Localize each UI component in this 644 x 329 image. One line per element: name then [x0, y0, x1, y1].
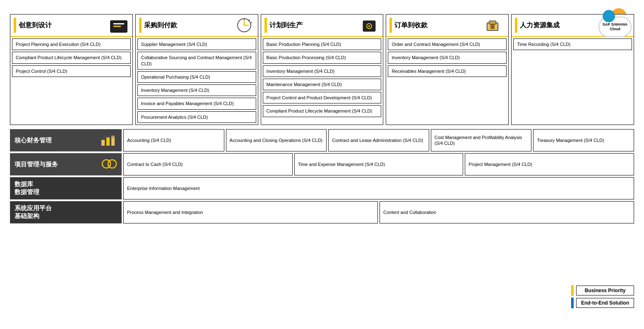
row-item-box: Treasury Management (S/4 CLD)	[533, 129, 634, 151]
legend: Business Priority End-to-End Solution	[571, 285, 634, 308]
col-header-text: 采购到付款	[144, 21, 177, 30]
row-item-box: Contract and Lease Administration (S/4 C…	[328, 129, 429, 151]
row-icon	[101, 157, 117, 172]
item-box: Receivables Management (S/4 CLD)	[388, 65, 507, 77]
row-label-text: 系统应用平台 基础架构	[14, 204, 114, 220]
bottom-row-row-platform: 系统应用平台 基础架构 Process Management and Integ…	[10, 201, 634, 223]
col-items: Order and Contract Management (S/4 CLD)I…	[386, 37, 508, 125]
col-header-col2: 采购到付款	[136, 14, 258, 37]
col-icon	[108, 17, 129, 34]
item-box: Inventory Management (S/4 CLD)	[388, 52, 507, 63]
row-item-box: Accounting (S/4 CLD)	[123, 129, 224, 151]
col-icon	[234, 17, 255, 34]
legend-label: End-to-End Solution	[576, 298, 634, 308]
item-box: Maintenance Management (S/4 CLD)	[263, 79, 382, 90]
sap-cloud-label: SAP S/4HANACloud	[598, 17, 632, 37]
col-col1: 创意到设计 Project Planning and Execution (S/…	[10, 14, 133, 125]
bottom-row-row-data: 数据库 数据管理 Enterprise Information Manageme…	[10, 177, 634, 199]
row-item-box: Contract to Cash (S/4 CLD)	[123, 153, 293, 175]
yellow-accent	[389, 18, 392, 33]
col-items: Supplier Management (S/4 CLD)Collaborati…	[136, 37, 258, 125]
col-items: Time Recording (S/4 CLD)	[512, 37, 634, 125]
svg-rect-2	[113, 26, 121, 27]
yellow-accent	[14, 18, 16, 33]
yellow-accent	[515, 18, 517, 33]
col-header-text: 计划到生产	[269, 21, 303, 30]
row-item-box: Enterprise Information Management	[123, 177, 634, 199]
item-box: Project Planning and Execution (S/4 CLD)	[12, 38, 131, 50]
item-box: Basic Production Processing (S/4 CLD)	[263, 52, 382, 63]
row-label-row-finance: 核心财务管理	[10, 129, 122, 151]
row-label-text: 数据库 数据管理	[14, 180, 114, 196]
col-items: Project Planning and Execution (S/4 CLD)…	[10, 37, 132, 125]
row-item-box: Accounting and Closing Operations (S/4 C…	[226, 129, 327, 151]
col-col4: 订单到收款 Order and Contract Management (S/4…	[386, 14, 509, 125]
row-icon	[101, 133, 117, 148]
item-box: Project Control and Product Development …	[263, 92, 382, 103]
svg-rect-14	[489, 21, 496, 24]
row-items-row-finance: Accounting (S/4 CLD)Accounting and Closi…	[122, 129, 634, 151]
col-header-col1: 创意到设计	[10, 14, 132, 37]
legend-bar	[571, 285, 574, 296]
row-label-row-data: 数据库 数据管理	[10, 177, 122, 199]
page: SAP S/4HANACloud 创意到设计 Project Planning …	[0, 0, 644, 329]
col-icon	[484, 17, 505, 34]
yellow-accent	[139, 18, 142, 33]
legend-bar	[571, 298, 574, 308]
col-items: Basic Production Planning (S/4 CLD)Basic…	[261, 37, 383, 125]
legend-item: Business Priority	[571, 285, 634, 296]
item-box: Basic Production Planning (S/4 CLD)	[263, 38, 382, 50]
item-box: Invoice and Payables Management (S/4 CLD…	[137, 98, 256, 109]
row-items-row-platform: Process Management and IntegrationConten…	[122, 201, 634, 223]
svg-point-12	[368, 25, 370, 27]
col-col3: 计划到生产 Basic Production Planning (S/4 CLD…	[261, 14, 384, 125]
item-box: Collaborative Sourcing and Contract Mana…	[137, 52, 256, 70]
item-box: Compliant Product Lifecycle Management (…	[12, 52, 131, 63]
row-item-box: Project Management (S/4 CLD)	[465, 153, 634, 175]
bottom-section: 核心财务管理 Accounting (S/4 CLD)Accounting an…	[10, 129, 634, 225]
bottom-row-row-project: 项目管理与服务 Contract to Cash (S/4 CLD)Time a…	[10, 153, 634, 175]
svg-point-6	[243, 24, 245, 26]
svg-rect-20	[101, 140, 105, 146]
item-box: Order and Contract Management (S/4 CLD)	[388, 38, 507, 50]
item-box: Inventory Management (S/4 CLD)	[137, 84, 256, 96]
bottom-row-row-finance: 核心财务管理 Accounting (S/4 CLD)Accounting an…	[10, 129, 634, 151]
top-section: 创意到设计 Project Planning and Execution (S/…	[10, 14, 634, 125]
row-label-text: 核心财务管理	[14, 137, 97, 144]
col-col2: 采购到付款 Supplier Management (S/4 CLD)Colla…	[135, 14, 258, 125]
row-item-box: Process Management and Integration	[123, 201, 378, 223]
item-box: Project Control (S/4 CLD)	[12, 65, 131, 77]
col-header-col3: 计划到生产	[261, 14, 383, 37]
row-label-row-platform: 系统应用平台 基础架构	[10, 201, 122, 223]
row-item-box: Time and Expense Management (S/4 CLD)	[294, 153, 464, 175]
item-box: Inventory Management (S/4 CLD)	[263, 65, 382, 77]
col-header-text: 订单到收款	[394, 21, 428, 30]
row-item-box: Cost Management and Profitability Analys…	[431, 129, 532, 151]
item-box: Compliant Product Lifecycle Management (…	[263, 105, 382, 117]
item-box: Supplier Management (S/4 CLD)	[137, 38, 256, 50]
item-box: Operational Purchasing (S/4 CLD)	[137, 71, 256, 83]
svg-rect-21	[106, 137, 110, 146]
item-box: Procurement Analytics (S/4 CLD)	[137, 111, 256, 123]
legend-item: End-to-End Solution	[571, 298, 634, 308]
row-items-row-project: Contract to Cash (S/4 CLD)Time and Expen…	[122, 153, 634, 175]
item-box: Time Recording (S/4 CLD)	[513, 38, 632, 50]
svg-rect-15	[490, 24, 495, 29]
row-label-text: 项目管理与服务	[14, 161, 97, 168]
sap-logo: SAP S/4HANACloud	[594, 4, 636, 37]
row-item-box: Content and Collaboration	[380, 201, 634, 223]
row-items-row-data: Enterprise Information Management	[122, 177, 634, 199]
row-label-row-project: 项目管理与服务	[10, 153, 122, 175]
legend-label: Business Priority	[576, 286, 634, 295]
col-header-col4: 订单到收款	[386, 14, 508, 37]
col-icon	[359, 17, 380, 34]
yellow-accent	[264, 18, 267, 33]
col-header-text: 人力资源集成	[520, 21, 560, 30]
col-header-text: 创意到设计	[19, 21, 52, 30]
svg-rect-1	[113, 23, 124, 24]
svg-point-24	[108, 160, 116, 168]
